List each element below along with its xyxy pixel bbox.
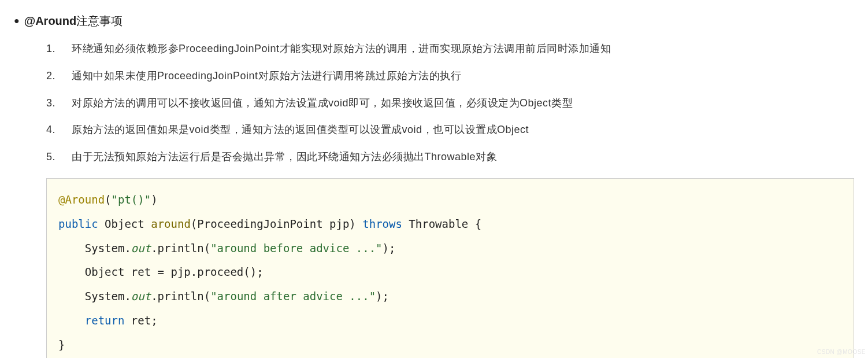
watermark: CSDN @MOOSE (817, 348, 866, 357)
code-text: ); (383, 242, 396, 254)
code-annotation: @Around (58, 193, 105, 206)
list-item: 通知中如果未使用ProceedingJoinPoint对原始方法进行调用将跳过原… (46, 68, 854, 84)
code-string: "pt()" (112, 193, 151, 206)
bullet-icon: ● (14, 13, 20, 28)
code-text: Object ret = pjp.proceed(); (85, 265, 264, 278)
code-field: out (131, 290, 151, 302)
heading-rest: 注意事项 (76, 14, 123, 27)
code-text: System. (85, 290, 131, 302)
notes-list: 环绕通知必须依赖形参ProceedingJoinPoint才能实现对原始方法的调… (46, 40, 854, 165)
code-indent (58, 314, 85, 327)
code-text: (ProceedingJoinPoint pjp) (191, 217, 356, 230)
heading-bold: @Around (24, 14, 77, 27)
code-text: ); (376, 290, 389, 302)
code-text: .println( (151, 242, 210, 254)
list-item: 原始方法的返回值如果是void类型，通知方法的返回值类型可以设置成void，也可… (46, 121, 854, 138)
code-text: .println( (151, 290, 210, 302)
code-text: ( (105, 193, 111, 206)
heading-text: @Around注意事项 (24, 12, 123, 30)
code-text: ret; (124, 314, 157, 327)
code-text: Object (105, 217, 144, 230)
code-text: } (58, 338, 65, 351)
code-field: out (131, 242, 151, 254)
code-text: Throwable { (409, 217, 481, 230)
code-text: System. (85, 242, 131, 254)
code-keyword: public (58, 217, 98, 230)
list-item: 由于无法预知原始方法运行后是否会抛出异常，因此环绕通知方法必须抛出Throwab… (46, 149, 854, 165)
code-block: @Around("pt()") public Object around(Pro… (46, 178, 854, 358)
code-indent (58, 290, 85, 302)
code-text: ) (151, 193, 157, 206)
list-item: 环绕通知必须依赖形参ProceedingJoinPoint才能实现对原始方法的调… (46, 40, 854, 57)
section-heading: ● @Around注意事项 (14, 12, 854, 30)
list-item: 对原始方法的调用可以不接收返回值，通知方法设置成void即可，如果接收返回值，必… (46, 95, 854, 112)
code-indent (58, 242, 85, 254)
code-indent (58, 265, 85, 278)
code-keyword: throws (362, 217, 402, 230)
code-string: "around after advice ..." (210, 290, 376, 302)
code-method: around (151, 217, 191, 230)
code-keyword: return (85, 314, 125, 327)
code-string: "around before advice ..." (210, 242, 382, 254)
